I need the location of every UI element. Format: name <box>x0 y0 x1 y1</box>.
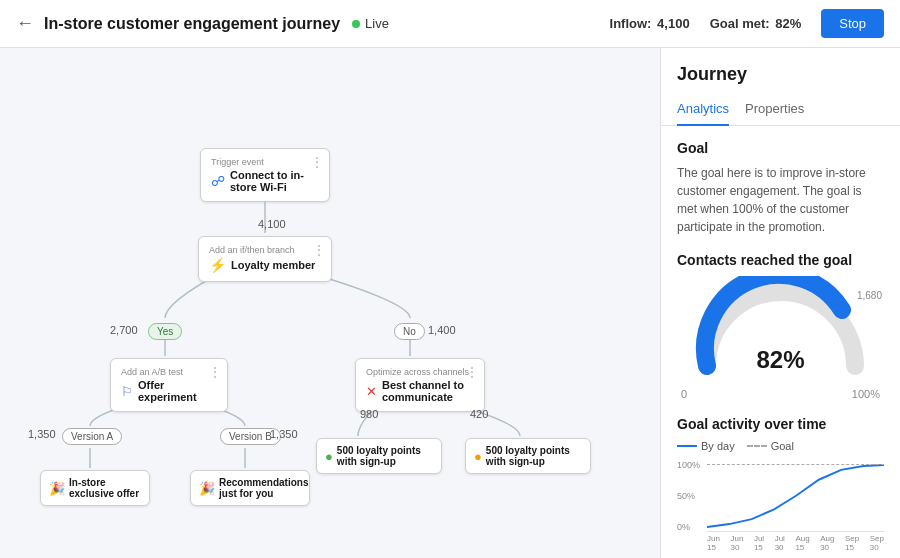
chart-inner <box>707 460 884 532</box>
yes-count: 2,700 <box>110 324 138 336</box>
chart-legend: By day Goal <box>677 440 884 452</box>
channel-count2: 420 <box>470 408 488 420</box>
no-badge: No <box>394 323 425 340</box>
header: ← In-store customer engagement journey L… <box>0 0 900 48</box>
panel-content: Goal The goal here is to improve in-stor… <box>661 126 900 558</box>
goal-activity: Goal activity over time By day Goal 100% <box>677 416 884 550</box>
version-a-count: 1,350 <box>28 428 56 440</box>
solid-line-icon <box>677 445 697 447</box>
live-label: Live <box>365 16 389 31</box>
y-axis: 100% 50% 0% <box>677 460 700 532</box>
leaf-node-4: ● 500 loyalty points with sign-up <box>465 438 591 474</box>
inflow-stat: Inflow: 4,100 <box>610 16 690 31</box>
branch-node: Add an if/then branch ⚡ Loyalty member ⋮ <box>198 236 332 282</box>
goal-text: The goal here is to improve in-store cus… <box>677 164 884 236</box>
main-layout: Trigger event ☍ Connect to in-store Wi-F… <box>0 48 900 558</box>
contacts-title: Contacts reached the goal <box>677 252 884 268</box>
channel-menu[interactable]: ⋮ <box>466 365 478 379</box>
version-b-count: 1,350 <box>270 428 298 440</box>
goal-section-title: Goal <box>677 140 884 156</box>
gauge-chart: 82% <box>691 276 871 386</box>
version-a-badge: Version A <box>62 428 122 445</box>
trigger-node: Trigger event ☍ Connect to in-store Wi-F… <box>200 148 330 202</box>
flow-canvas: Trigger event ☍ Connect to in-store Wi-F… <box>0 48 660 558</box>
goal-met-stat: Goal met: 82% <box>710 16 802 31</box>
leaf-node-2: 🎉 Recommendations just for you <box>190 470 310 506</box>
trigger-count: 4,100 <box>258 218 286 230</box>
leaf-node-1: 🎉 In-store exclusive offer <box>40 470 150 506</box>
ab-menu[interactable]: ⋮ <box>209 365 221 379</box>
header-right: Inflow: 4,100 Goal met: 82% Stop <box>610 9 884 38</box>
page-title: In-store customer engagement journey <box>44 15 340 33</box>
branch-menu[interactable]: ⋮ <box>313 243 325 257</box>
live-status: Live <box>352 16 389 31</box>
dashed-line-icon <box>747 445 767 447</box>
stop-button[interactable]: Stop <box>821 9 884 38</box>
tab-properties[interactable]: Properties <box>745 93 804 126</box>
gauge-labels: 0 100% <box>677 388 884 400</box>
trigger-menu[interactable]: ⋮ <box>311 155 323 169</box>
back-button[interactable]: ← <box>16 13 34 34</box>
yes-badge: Yes <box>148 323 182 340</box>
goal-activity-title: Goal activity over time <box>677 416 884 432</box>
right-panel: Journey Analytics Properties Goal The go… <box>660 48 900 558</box>
ab-test-node: Add an A/B test ⚐ Offer experiment ⋮ <box>110 358 228 412</box>
activity-chart: 100% 50% 0% Ju <box>677 460 884 550</box>
flow-wrapper: Trigger event ☍ Connect to in-store Wi-F… <box>20 68 640 538</box>
channel-node: Optimize across channels ✕ Best channel … <box>355 358 485 412</box>
legend-by-day: By day <box>677 440 735 452</box>
panel-title: Journey <box>661 48 900 93</box>
panel-tabs: Analytics Properties <box>661 93 900 126</box>
gauge-side-label: 1,680 <box>857 290 882 301</box>
no-count: 1,400 <box>428 324 456 336</box>
leaf-node-3: ● 500 loyalty points with sign-up <box>316 438 442 474</box>
x-axis: Jun15 Jun30 Jul15 Jul30 Aug15 Aug30 Sep1… <box>707 534 884 552</box>
legend-goal: Goal <box>747 440 794 452</box>
channel-count1: 980 <box>360 408 378 420</box>
gauge-value: 82% <box>756 346 804 374</box>
tab-analytics[interactable]: Analytics <box>677 93 729 126</box>
live-dot <box>352 20 360 28</box>
